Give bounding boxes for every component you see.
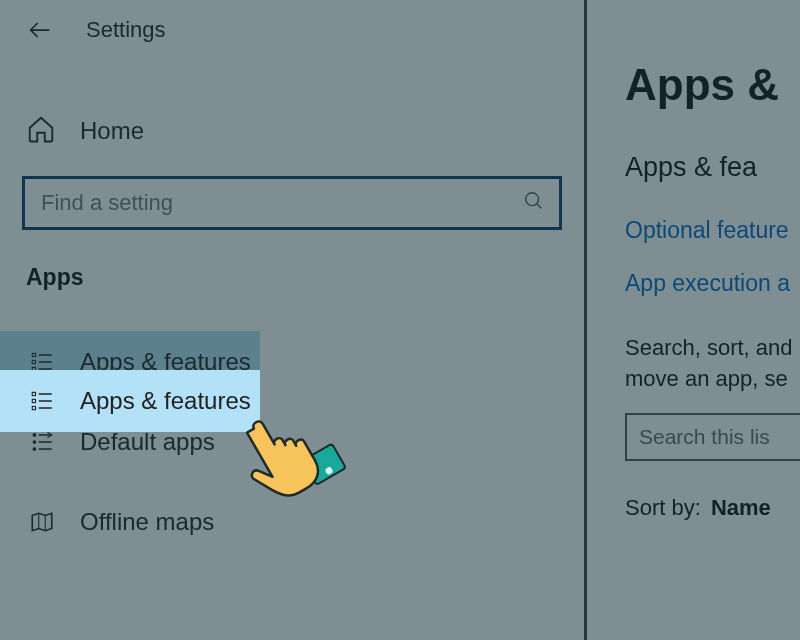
- header-row: Settings: [0, 8, 584, 52]
- section-heading: Apps: [26, 264, 584, 291]
- svg-rect-7: [32, 392, 35, 395]
- search-box[interactable]: [22, 176, 562, 230]
- svg-rect-9: [32, 406, 35, 409]
- back-button[interactable]: [22, 12, 58, 48]
- apps-features-icon: [26, 388, 58, 414]
- svg-point-4: [33, 434, 36, 437]
- nav-label: Offline maps: [80, 508, 214, 536]
- nav-label: Apps & features: [80, 387, 251, 415]
- nav-item-offline-maps[interactable]: Offline maps: [0, 491, 584, 553]
- content-pane: Apps & Apps & fea Optional feature App e…: [584, 0, 800, 640]
- content-description: Search, sort, and move an app, se: [625, 333, 800, 395]
- sort-by[interactable]: Sort by: Name: [625, 495, 800, 521]
- svg-rect-8: [32, 399, 35, 402]
- search-input[interactable]: [41, 190, 511, 216]
- svg-rect-1: [32, 353, 35, 356]
- svg-point-0: [526, 193, 539, 206]
- highlighted-nav-item[interactable]: Apps & features: [0, 370, 260, 432]
- content-search-box[interactable]: [625, 413, 800, 461]
- nav-label: Default apps: [80, 428, 215, 456]
- home-label: Home: [80, 117, 144, 145]
- sidebar: Settings Home Apps Apps & features: [0, 0, 584, 640]
- content-search-input[interactable]: [639, 425, 800, 449]
- search-icon: [523, 190, 545, 216]
- home-nav[interactable]: Home: [0, 114, 584, 148]
- search-container: [22, 176, 562, 230]
- svg-point-5: [33, 441, 36, 444]
- svg-rect-2: [32, 360, 35, 363]
- optional-features-link[interactable]: Optional feature: [625, 217, 800, 244]
- content-heading: Apps &: [625, 60, 800, 110]
- page-title: Settings: [86, 17, 166, 43]
- home-icon: [26, 114, 56, 148]
- default-apps-icon: [26, 429, 58, 455]
- settings-window: Settings Home Apps Apps & features: [0, 0, 800, 640]
- app-execution-link[interactable]: App execution a: [625, 270, 800, 297]
- nav-list: Apps & features Default apps Offline map…: [0, 331, 584, 553]
- content-subheading: Apps & fea: [625, 152, 800, 183]
- arrow-left-icon: [26, 16, 54, 44]
- svg-point-6: [33, 448, 36, 451]
- offline-maps-icon: [26, 509, 58, 535]
